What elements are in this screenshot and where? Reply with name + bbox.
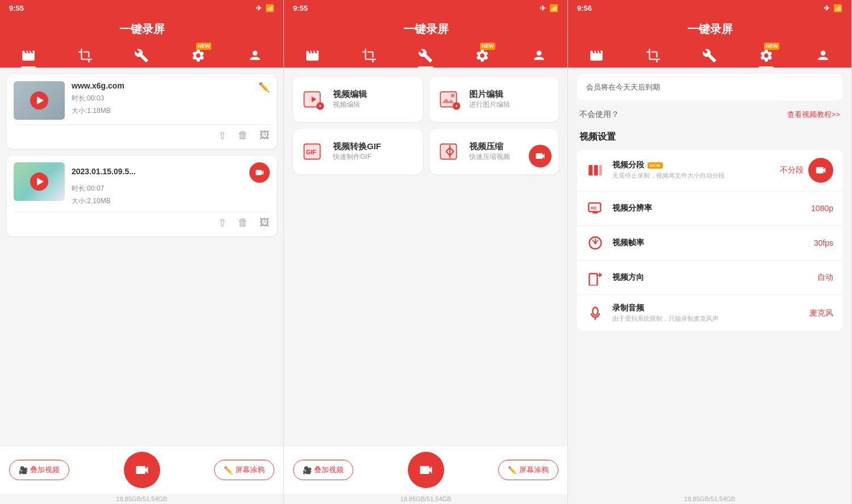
app-title-middle: 一键录屏 [284,16,567,41]
nav-tab-crop-right[interactable] [641,46,665,65]
tool-card-video-edit[interactable]: + 视频编辑 视频编辑 [293,77,423,122]
audio-value: 麦克风 [809,308,833,318]
nav-tabs-right: NEW [568,41,851,68]
tools-grid: + 视频编辑 视频编辑 [284,68,567,183]
image-icon-2[interactable]: 🖼 [260,217,270,229]
overlay-video-btn-mid[interactable]: 🎥 叠加视频 [293,460,353,480]
video-actions-2: ⇧ 🗑 🖼 [14,212,270,229]
settings-item-direction[interactable]: 视频方向 自动 [577,261,842,295]
video-thumb-2[interactable] [14,162,65,201]
resolution-value: 1080p [811,204,833,213]
nav-tab-video-mid[interactable] [300,46,324,65]
nav-tab-vip-right[interactable] [811,46,835,65]
settings-item-fps[interactable]: 视频帧率 30fps [577,226,842,261]
direction-value: 自动 [817,272,833,283]
nav-tab-video-right[interactable] [584,46,608,65]
nav-tab-crop-left[interactable] [73,46,97,65]
tool-name-gif: 视频转换GIF [333,141,381,152]
video-info-2: 2023.01.15.09.5... 时长:00:07 大小:2.10MB [72,162,270,207]
svg-point-1 [537,51,542,56]
segment-title: 视频分段 NEW [612,160,772,170]
video-info-1: www.x6g.com ✏️ 时长:00:03 大小:1.18MB [72,81,270,117]
status-bar-middle: 9:55 ✈ 📶 [284,0,567,16]
fps-content: 视频帧率 [612,238,806,248]
settings-item-audio[interactable]: 录制音频 由于受到系统限制，只能录制麦克风声 麦克风 [577,295,842,331]
settings-area: 会员将在今天天后到期 不会使用？ 查看视频教程>> 视频设置 视频分段 NEW … [568,68,851,494]
nav-tab-settings-left[interactable]: NEW [186,46,210,65]
nav-tab-settings-right[interactable]: NEW [754,46,778,65]
image-icon-1[interactable]: 🖼 [260,129,270,142]
segment-value: 不分段 [780,165,804,175]
play-btn-1[interactable] [30,91,48,110]
audio-title: 录制音频 [612,303,801,313]
status-icons-right: ✈ 📶 [824,4,842,12]
record-fab-middle[interactable] [408,452,444,488]
svg-point-7 [450,94,454,98]
membership-notice: 会员将在今天天后到期 [577,74,842,100]
record-fab-segment[interactable] [808,158,833,183]
resolution-title: 视频分辨率 [612,203,803,213]
play-btn-2[interactable] [30,173,48,191]
storage-bar-right: 18.85GB/51.54GB [568,494,851,504]
overlay-video-btn-left[interactable]: 🎥 叠加视频 [9,460,69,480]
video-size-1: 大小:1.18MB [72,105,270,117]
nav-tab-crop-mid[interactable] [357,46,381,65]
video-card-1: www.x6g.com ✏️ 时长:00:03 大小:1.18MB ⇧ 🗑 🖼 [7,74,277,149]
svg-text:+: + [319,103,321,109]
screen-draw-btn-left[interactable]: ✏️ 屏幕涂鸦 [214,460,274,480]
nav-tab-tools-right[interactable] [698,46,721,65]
nav-tab-video-left[interactable] [16,46,40,65]
help-row: 不会使用？ 查看视频教程>> [577,107,842,127]
nav-tab-settings-mid[interactable]: NEW [470,46,494,65]
help-link[interactable]: 查看视频教程>> [787,110,840,120]
new-badge-settings-mid: NEW [480,43,495,50]
settings-item-resolution[interactable]: HD 视频分辨率 1080p [577,191,842,226]
tool-name-compress: 视频压缩 [469,141,510,152]
nav-tab-tools-mid[interactable] [414,46,437,65]
settings-section-title: 视频设置 [577,131,842,143]
video-actions-1: ⇧ 🗑 🖼 [14,124,270,142]
nav-tabs-left: NEW [0,41,283,68]
edit-icon-1[interactable]: ✏️ [258,82,270,93]
settings-group: 视频分段 NEW 无需停止录制，视频将文件大小自动分段 不分段 HD [577,150,842,331]
record-fab-left[interactable] [124,452,160,488]
tools-content-area: + 视频编辑 视频编辑 [284,68,567,446]
delete-icon-2[interactable]: 🗑 [238,217,248,229]
status-icons-middle: ✈ 📶 [540,4,558,12]
direction-title: 视频方向 [612,272,809,283]
video-duration-2: 时长:00:07 [72,183,270,195]
resolution-icon: HD [586,199,604,217]
airplane-icon-mid: ✈ [540,4,546,12]
video-thumb-1[interactable] [14,81,65,120]
nav-tab-tools-left[interactable] [130,46,153,65]
storage-bar-middle: 18.85GB/51.54GB [284,494,567,504]
new-badge-settings-left: NEW [196,43,211,50]
record-badge-compress[interactable] [529,145,552,167]
tool-desc-gif: 快速制作GIF [333,152,381,162]
svg-rect-17 [599,165,602,176]
settings-item-video-segment[interactable]: 视频分段 NEW 无需停止录制，视频将文件大小自动分段 不分段 [577,150,842,191]
share-icon-1[interactable]: ⇧ [218,129,227,142]
nav-tab-vip-mid[interactable] [527,46,551,65]
tool-card-gif[interactable]: GIF 视频转换GIF 快速制作GIF [293,129,423,174]
app-title-right: 一键录屏 [568,16,851,41]
overlay-icon-mid: 🎥 [303,466,312,474]
nav-tab-vip-left[interactable] [243,46,267,65]
airplane-icon: ✈ [256,4,262,12]
notice-text: 会员将在今天天后到期 [586,82,660,93]
status-bar-left: 9:55 ✈ 📶 [0,0,283,16]
tool-card-image-edit[interactable]: + 图片编辑 进行图片编辑 [429,77,559,122]
screen-draw-btn-mid[interactable]: ✏️ 屏幕涂鸦 [498,460,558,480]
svg-point-27 [592,307,598,315]
share-icon-2[interactable]: ⇧ [218,217,227,229]
tool-card-compress[interactable]: 视频压缩 快速压缩视频 [429,129,559,174]
time-middle: 9:55 [293,4,308,12]
video-size-2: 大小:2.10MB [72,195,270,208]
wifi-icon: 📶 [265,4,274,12]
svg-point-14 [821,51,826,56]
delete-icon-1[interactable]: 🗑 [238,129,248,142]
fps-value: 30fps [814,238,833,247]
record-fab-card-2[interactable] [249,162,270,183]
bottom-bar-left: 🎥 叠加视频 ✏️ 屏幕涂鸦 [0,446,283,494]
pencil-icon-mid: ✏️ [508,466,517,474]
